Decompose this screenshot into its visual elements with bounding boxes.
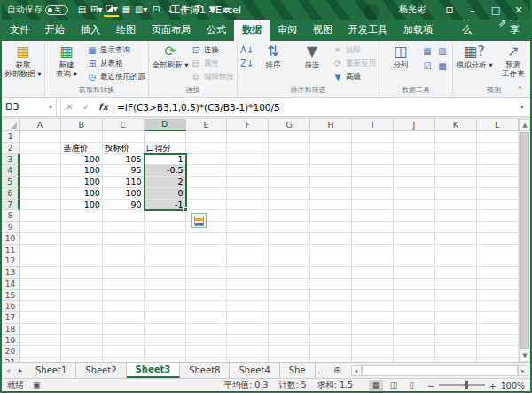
vertical-scrollbar[interactable]: ▲ ▼ <box>519 119 530 362</box>
cell-J7[interactable] <box>394 200 435 211</box>
cell-A11[interactable] <box>20 245 61 256</box>
cell-J10[interactable] <box>394 233 435 245</box>
ribbon-tab-页面布局[interactable]: 页面布局 <box>144 20 199 41</box>
cell-B15[interactable] <box>61 290 103 302</box>
cell-G11[interactable] <box>269 245 310 256</box>
show-queries-button[interactable]: ▦显示查询 <box>87 44 145 56</box>
cell-G5[interactable] <box>269 177 310 188</box>
cell-C10[interactable] <box>103 233 145 245</box>
row-header-11[interactable]: 11 <box>2 245 20 256</box>
cell-F1[interactable] <box>227 131 269 143</box>
ribbon-tab-公式[interactable]: 公式 <box>199 20 234 41</box>
ribbon-tab-文件[interactable]: 文件 <box>2 20 37 41</box>
collapse-ribbon-button[interactable]: ⌃ <box>516 85 523 94</box>
cell-A20[interactable] <box>20 346 61 358</box>
ribbon-tab-绘图[interactable]: 绘图 <box>108 20 144 41</box>
cell-F14[interactable] <box>227 279 269 290</box>
cell-G1[interactable] <box>269 131 310 143</box>
cell-K2[interactable] <box>435 143 477 154</box>
cell-K9[interactable] <box>435 222 477 233</box>
sheet-tab-Sheet3[interactable]: Sheet3 <box>127 363 181 378</box>
cell-H10[interactable] <box>310 233 352 245</box>
cell-H17[interactable] <box>310 312 352 324</box>
cell-F18[interactable] <box>227 324 269 335</box>
cell-I12[interactable] <box>352 255 394 267</box>
cell-L18[interactable] <box>477 324 519 335</box>
cell-D13[interactable] <box>145 267 186 279</box>
user-name[interactable]: 杨光彬 <box>399 4 426 16</box>
cell-E14[interactable] <box>186 279 228 290</box>
cell-F7[interactable] <box>227 200 269 211</box>
cell-A15[interactable] <box>20 290 61 302</box>
cell-A2[interactable] <box>20 143 61 154</box>
cell-H19[interactable] <box>310 335 352 347</box>
cell-D19[interactable] <box>145 335 186 347</box>
cell-A19[interactable] <box>20 335 61 347</box>
cell-B13[interactable] <box>61 267 103 279</box>
cell-E5[interactable] <box>186 177 228 188</box>
cell-D8[interactable] <box>145 210 186 222</box>
cell-C17[interactable] <box>103 312 145 324</box>
cell-B20[interactable] <box>61 346 103 358</box>
cell-G21[interactable] <box>269 358 310 362</box>
cell-E20[interactable] <box>186 346 228 358</box>
cell-J5[interactable] <box>394 177 435 188</box>
cell-F9[interactable] <box>227 222 269 233</box>
cell-K13[interactable] <box>435 267 477 279</box>
cell-K17[interactable] <box>435 312 477 324</box>
cell-I13[interactable] <box>352 267 394 279</box>
cell-A6[interactable] <box>20 188 61 200</box>
cell-I14[interactable] <box>352 279 394 290</box>
cell-H14[interactable] <box>310 279 352 290</box>
cell-I10[interactable] <box>352 233 394 245</box>
what-if-analysis-button[interactable]: ▦?模拟分析 ▾ <box>456 42 493 85</box>
fill-color-icon[interactable]: ◪▾ <box>104 3 118 17</box>
cell-C12[interactable] <box>103 255 145 267</box>
cell-K19[interactable] <box>435 335 477 347</box>
column-header-K[interactable]: K <box>435 119 477 131</box>
normal-view-button[interactable]: ▦ <box>369 380 383 391</box>
ribbon-tab-视图[interactable]: 视图 <box>305 20 340 41</box>
cell-K10[interactable] <box>435 233 477 245</box>
row-header-1[interactable]: 1 <box>2 131 20 143</box>
row-header-4[interactable]: 4 <box>2 165 20 177</box>
page-layout-view-button[interactable]: ◫ <box>387 380 401 391</box>
new-sheet-button[interactable]: ⊕ <box>330 363 346 378</box>
cell-I6[interactable] <box>352 188 394 200</box>
cell-K12[interactable] <box>435 255 477 267</box>
cell-G16[interactable] <box>269 301 310 312</box>
minimize-button[interactable]: – <box>461 0 484 20</box>
row-header-13[interactable]: 13 <box>2 267 20 279</box>
cell-I18[interactable] <box>352 324 394 335</box>
cell-I9[interactable] <box>352 222 394 233</box>
cell-D7[interactable]: -1 <box>145 200 186 211</box>
row-header-8[interactable]: 8 <box>2 210 20 222</box>
connections-button[interactable]: ⊡连接 <box>191 44 234 56</box>
cell-E7[interactable] <box>186 200 228 211</box>
data-validation-button[interactable]: ☑ <box>421 60 434 72</box>
sort-ascending-button[interactable]: A↓ <box>240 44 253 56</box>
horizontal-scrollbar[interactable]: ◂ ▸ <box>351 365 528 376</box>
column-header-H[interactable]: H <box>310 119 352 131</box>
sheet-nav-next-icon[interactable]: ▸ <box>14 363 27 378</box>
cell-B7[interactable]: 100 <box>61 200 103 211</box>
formula-input[interactable]: =IF(C3>B3,1,0.5)*(C3/B3-1)*100/5 <box>112 98 514 116</box>
fill-handle[interactable] <box>183 207 188 212</box>
new-query-button[interactable]: ▦新建查询 ▾ <box>48 42 85 85</box>
cell-G6[interactable] <box>269 188 310 200</box>
cell-L3[interactable] <box>477 154 519 166</box>
cell-B9[interactable] <box>61 222 103 233</box>
zoom-out-button[interactable]: − <box>427 381 434 390</box>
cell-D16[interactable] <box>145 301 186 312</box>
cell-D2[interactable]: 口得分 <box>145 143 186 154</box>
cell-E15[interactable] <box>186 290 228 302</box>
cell-G19[interactable] <box>269 335 310 347</box>
cell-C8[interactable] <box>103 210 145 222</box>
cell-L7[interactable] <box>477 200 519 211</box>
cell-C19[interactable] <box>103 335 145 347</box>
cell-F4[interactable] <box>227 165 269 177</box>
cell-E4[interactable] <box>186 165 228 177</box>
cell-D3[interactable]: 1 <box>145 154 186 166</box>
row-header-18[interactable]: 18 <box>2 324 20 335</box>
cell-D15[interactable] <box>145 290 186 302</box>
